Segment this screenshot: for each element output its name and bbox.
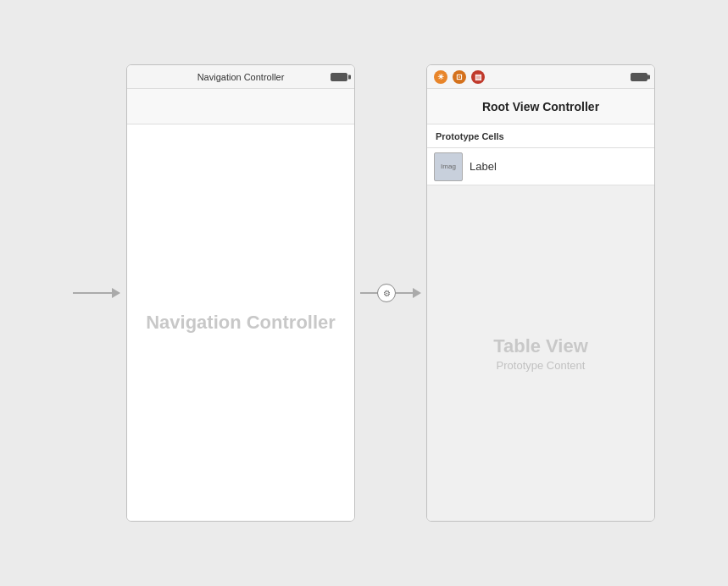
root-controller-frame: ☀ ⊡ ▤ Root View Controller Prototype Cel… bbox=[426, 64, 655, 522]
root-top-bar: ☀ ⊡ ▤ bbox=[427, 65, 654, 89]
root-title: Root View Controller bbox=[482, 100, 599, 113]
table-view-title: Table View bbox=[493, 335, 588, 357]
segue-line-left bbox=[360, 292, 377, 294]
table-view-watermark: Table View Prototype Content bbox=[493, 335, 588, 372]
nav-bar bbox=[127, 89, 354, 124]
segue-arrow: ⚙ bbox=[360, 284, 421, 302]
root-title-area: Root View Controller bbox=[427, 89, 654, 124]
nav-controller-body: Navigation Controller bbox=[127, 124, 354, 521]
nav-controller-title: Navigation Controller bbox=[197, 72, 285, 82]
cell-label: Label bbox=[470, 160, 497, 173]
icon-2[interactable]: ⊡ bbox=[453, 70, 466, 84]
nav-battery-icon bbox=[331, 73, 347, 81]
icon-1[interactable]: ☀ bbox=[434, 70, 447, 84]
prototype-cells-label: Prototype Cells bbox=[436, 131, 504, 141]
nav-controller-frame: Navigation Controller Navigation Control… bbox=[126, 64, 355, 522]
entry-arrow bbox=[73, 292, 119, 294]
segue-arrowhead bbox=[413, 288, 421, 298]
prototype-cell-row[interactable]: Imag Label bbox=[427, 148, 654, 185]
prototype-cells-header: Prototype Cells bbox=[427, 124, 654, 148]
cell-image: Imag bbox=[434, 152, 463, 181]
nav-controller-title-bar: Navigation Controller bbox=[127, 65, 354, 89]
table-view-body: Table View Prototype Content bbox=[427, 185, 654, 521]
root-battery-icon bbox=[631, 73, 647, 81]
segue-icon[interactable]: ⚙ bbox=[377, 284, 396, 302]
entry-arrow-line bbox=[73, 292, 119, 294]
segue-symbol: ⚙ bbox=[383, 289, 391, 298]
icon-3[interactable]: ▤ bbox=[471, 70, 485, 84]
nav-controller-watermark: Navigation Controller bbox=[146, 310, 336, 336]
canvas: Navigation Controller Navigation Control… bbox=[0, 0, 728, 586]
segue-line-right bbox=[396, 292, 413, 294]
table-view-subtitle: Prototype Content bbox=[493, 359, 588, 372]
scene-container: Navigation Controller Navigation Control… bbox=[73, 64, 655, 522]
cell-image-text: Imag bbox=[441, 163, 456, 170]
